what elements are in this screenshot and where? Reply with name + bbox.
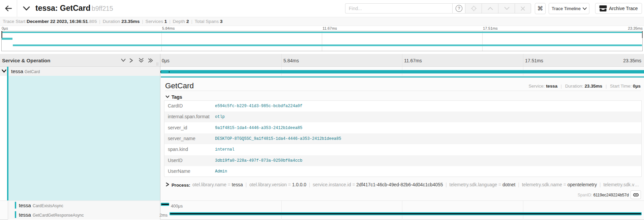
svg-text:?: ? xyxy=(458,6,460,11)
